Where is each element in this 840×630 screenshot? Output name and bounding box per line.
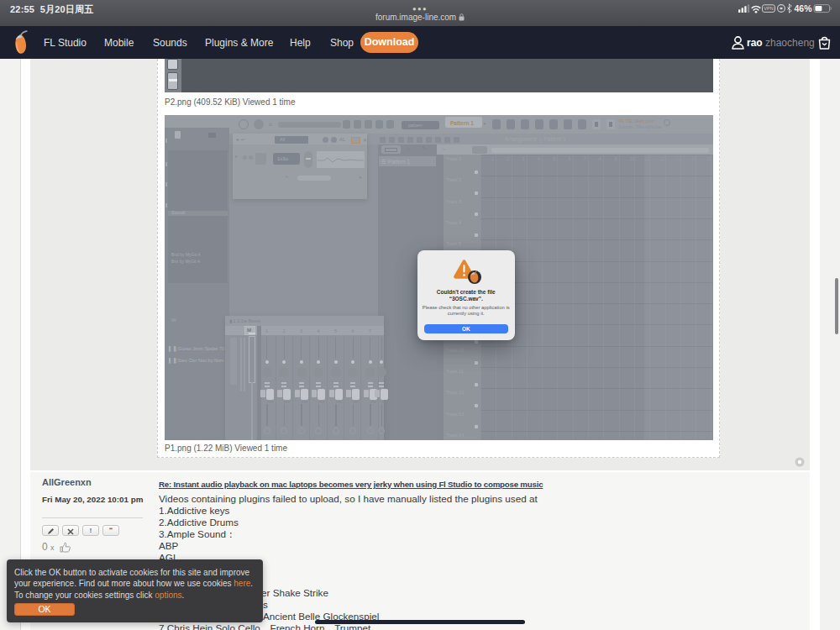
svg-text:VPN: VPN — [764, 6, 774, 11]
svg-text:46%: 46% — [795, 3, 813, 13]
